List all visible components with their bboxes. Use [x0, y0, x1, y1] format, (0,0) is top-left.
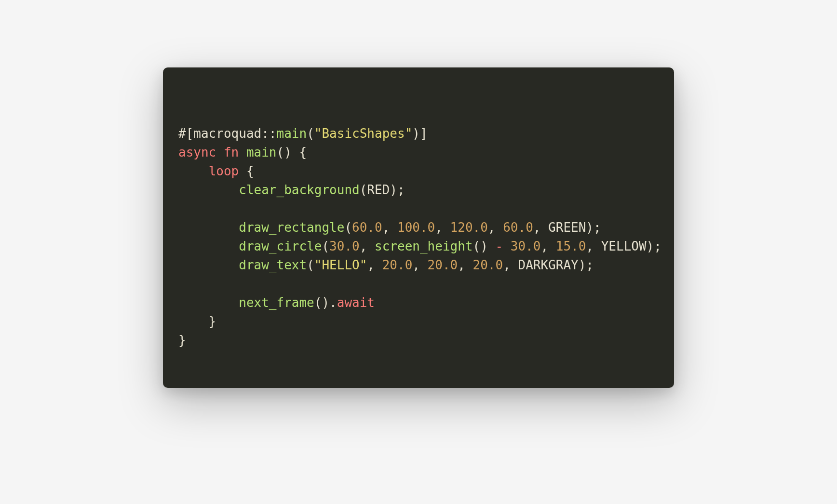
code-token: ( — [322, 239, 329, 253]
code-token: "HELLO" — [314, 258, 367, 272]
code-token: 100.0 — [397, 220, 435, 235]
code-token: screen_height — [375, 239, 473, 253]
code-token: 30.0 — [511, 239, 541, 253]
code-line: clear_background(RED); — [178, 181, 659, 199]
code-token — [503, 239, 511, 253]
code-token: draw_rectangle — [239, 220, 344, 235]
code-token: () { — [277, 145, 307, 159]
code-line: draw_rectangle(60.0, 100.0, 120.0, 60.0,… — [178, 218, 659, 237]
code-token: , GREEN); — [533, 220, 601, 235]
code-token: :: — [261, 126, 276, 141]
code-token: )] — [412, 126, 427, 141]
code-token: , — [540, 239, 555, 253]
code-token: 30.0 — [329, 239, 360, 253]
code-line: draw_text("HELLO", 20.0, 20.0, 20.0, DAR… — [178, 256, 659, 275]
code-token: "BasicShapes" — [314, 126, 413, 141]
code-token: - — [495, 239, 503, 253]
code-block: #[macroquad::main("BasicShapes")]async f… — [163, 67, 674, 388]
code-token: 60.0 — [352, 220, 382, 235]
code-token: async — [178, 145, 216, 159]
code-line — [178, 199, 659, 218]
code-token: fn — [224, 145, 239, 159]
code-token: 120.0 — [450, 220, 488, 235]
code-token: () — [473, 239, 496, 253]
code-token: 60.0 — [503, 220, 533, 235]
code-token: , DARKGRAY); — [503, 258, 594, 272]
code-line: } — [178, 331, 659, 350]
code-token: next_frame — [239, 295, 314, 310]
code-token — [178, 258, 239, 272]
code-line: draw_circle(30.0, screen_height() - 30.0… — [178, 237, 659, 256]
code-token: (). — [314, 295, 337, 310]
code-token: , — [412, 258, 427, 272]
code-line: async fn main() { — [178, 143, 659, 162]
code-token: macroquad — [193, 126, 261, 141]
code-token: 20.0 — [382, 258, 413, 272]
code-token — [178, 220, 239, 235]
code-line — [178, 275, 659, 293]
code-line: loop { — [178, 162, 659, 181]
code-token — [239, 145, 246, 159]
code-line: #[macroquad::main("BasicShapes")] — [178, 124, 659, 143]
code-token: main — [246, 145, 277, 159]
code-line: } — [178, 312, 659, 331]
code-token: , — [360, 239, 375, 253]
code-token: ( — [307, 258, 314, 272]
code-token: ( — [344, 220, 352, 235]
code-token: #[ — [178, 126, 193, 141]
code-token: draw_circle — [239, 239, 322, 253]
code-token: , — [435, 220, 450, 235]
code-token: 20.0 — [473, 258, 503, 272]
code-token: , — [488, 220, 503, 235]
code-token — [178, 164, 209, 178]
code-token — [216, 145, 224, 159]
code-token: , YELLOW); — [586, 239, 662, 253]
code-token: { — [239, 164, 254, 178]
code-token: 20.0 — [428, 258, 458, 272]
code-token: (RED); — [360, 183, 405, 197]
code-token: 15.0 — [556, 239, 586, 253]
code-token: await — [337, 295, 375, 310]
code-token: main — [277, 126, 307, 141]
code-token: , — [382, 220, 397, 235]
code-token — [178, 183, 239, 197]
code-token: loop — [209, 164, 239, 178]
code-token: } — [178, 333, 186, 347]
code-token: draw_text — [239, 258, 307, 272]
code-line: next_frame().await — [178, 293, 659, 312]
code-token — [178, 239, 239, 253]
code-token: , — [367, 258, 382, 272]
code-token — [178, 295, 239, 310]
code-token: ( — [307, 126, 314, 141]
code-token: clear_background — [239, 183, 359, 197]
code-token: , — [458, 258, 472, 272]
code-token: } — [178, 314, 216, 329]
code-content: #[macroquad::main("BasicShapes")]async f… — [178, 124, 659, 350]
